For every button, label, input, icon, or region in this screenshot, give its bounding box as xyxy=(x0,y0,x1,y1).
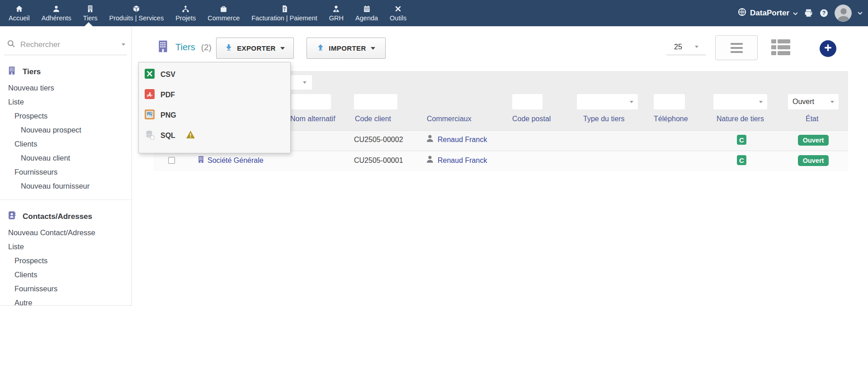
row1-commercial-link[interactable]: Renaud Franck xyxy=(438,136,487,144)
sidebar-item-contacts-autre[interactable]: Autre xyxy=(0,296,132,310)
caret-down-icon xyxy=(759,101,763,103)
sidebar-item-liste-tiers[interactable]: Liste xyxy=(0,95,132,109)
pdf-icon xyxy=(145,89,155,101)
sidebar-item-contacts-prospects[interactable]: Prospects xyxy=(0,254,132,268)
column-header-etat[interactable]: État xyxy=(806,115,818,123)
column-header-nature-de-tiers[interactable]: Nature de tiers xyxy=(717,115,764,123)
warning-icon xyxy=(186,130,195,141)
sidebar-item-clients[interactable]: Clients xyxy=(0,137,132,151)
commerce-icon xyxy=(220,5,227,13)
user-menu-chevron-icon[interactable] xyxy=(858,12,863,15)
row2-code-client: CU2505-00001 xyxy=(354,157,403,165)
top-navbar: Accueil Adhérents Tiers Produits | Servi… xyxy=(0,0,868,26)
export-option-csv[interactable]: CSV xyxy=(139,64,290,85)
column-header-code-postal[interactable]: Code postal xyxy=(512,115,551,123)
sidebar-item-contacts-fournisseurs[interactable]: Fournisseurs xyxy=(0,282,132,296)
sidebar-item-prospects[interactable]: Prospects xyxy=(0,109,132,123)
thirdparty-icon xyxy=(86,5,94,13)
globe-icon xyxy=(738,8,746,19)
app-root: Accueil Adhérents Tiers Produits | Servi… xyxy=(0,0,868,370)
row2-status-badge: Ouvert xyxy=(798,155,829,166)
sidebar-item-liste-contacts[interactable]: Liste xyxy=(0,240,132,254)
grid-view-button[interactable] xyxy=(769,40,793,57)
row2-commercial-link[interactable]: Renaud Franck xyxy=(438,157,487,165)
caret-down-icon xyxy=(630,101,633,103)
column-header-telephone[interactable]: Téléphone xyxy=(654,115,688,123)
home-icon xyxy=(15,5,23,13)
export-option-sql[interactable]: SQL xyxy=(139,125,290,146)
sidebar: Tiers Nouveau tiers Liste Prospects Nouv… xyxy=(0,26,132,306)
database-icon xyxy=(145,130,155,142)
nav-item-produits-services[interactable]: Produits | Services xyxy=(104,0,170,26)
column-header-code-client[interactable]: Code client xyxy=(355,115,391,123)
sidebar-item-nouveau-contact[interactable]: Nouveau Contact/Adresse xyxy=(0,226,132,240)
nav-item-outils[interactable]: Outils xyxy=(384,0,412,26)
import-button[interactable]: IMPORTER xyxy=(307,38,386,59)
nav-item-agenda[interactable]: Agenda xyxy=(349,0,384,26)
filter-telephone[interactable] xyxy=(654,94,685,109)
sidebar-item-nouveau-fournisseur[interactable]: Nouveau fournisseur xyxy=(0,179,132,193)
sidebar-item-contacts-clients[interactable]: Clients xyxy=(0,268,132,282)
navbar-right: DataPorter ? xyxy=(738,0,863,26)
sidebar-item-nouveau-tiers[interactable]: Nouveau tiers xyxy=(0,81,132,95)
projects-icon xyxy=(182,5,189,13)
filter-nature-de-tiers[interactable] xyxy=(713,94,767,109)
address-book-icon xyxy=(7,211,16,222)
upload-icon xyxy=(317,44,324,52)
image-icon xyxy=(145,109,155,121)
add-record-button[interactable] xyxy=(820,40,836,57)
nav-item-accueil[interactable]: Accueil xyxy=(3,0,36,26)
caret-down-icon xyxy=(280,47,285,50)
company-name: DataPorter xyxy=(750,9,789,18)
avatar[interactable] xyxy=(835,5,852,22)
nav-item-facturation[interactable]: Facturation | Paiement xyxy=(245,0,323,26)
svg-text:?: ? xyxy=(822,10,826,16)
filter-code-postal[interactable] xyxy=(512,94,542,109)
sidebar-item-fournisseurs[interactable]: Fournisseurs xyxy=(0,165,132,179)
page-size-select[interactable]: 25 xyxy=(666,39,706,55)
export-option-png[interactable]: PNG xyxy=(139,105,290,125)
column-header-commerciaux[interactable]: Commerciaux xyxy=(427,115,472,123)
sidebar-section-tiers: Tiers xyxy=(7,66,132,77)
nav-item-projets[interactable]: Projets xyxy=(170,0,202,26)
column-header-type-du-tiers[interactable]: Type du tiers xyxy=(583,115,625,123)
page-title[interactable]: Tiers xyxy=(175,42,195,52)
nav-item-adherents[interactable]: Adhérents xyxy=(36,0,77,26)
row2-name-link[interactable]: Société Générale xyxy=(208,157,264,165)
hr-icon xyxy=(332,5,340,13)
company-menu[interactable]: DataPorter xyxy=(738,8,798,19)
row1-nature-badge: C xyxy=(737,135,746,145)
export-option-pdf[interactable]: PDF xyxy=(139,85,290,105)
caret-down-icon xyxy=(830,101,834,103)
filter-type-du-tiers[interactable] xyxy=(577,94,638,109)
export-button[interactable]: EXPORTER xyxy=(216,38,294,59)
row1-status-badge: Ouvert xyxy=(798,135,829,146)
row2-nature-badge: C xyxy=(737,155,746,165)
search-caret-icon[interactable] xyxy=(122,43,125,46)
column-header-nom-alternatif[interactable]: Nom alternatif xyxy=(290,115,335,123)
agenda-icon xyxy=(363,5,371,13)
nav-item-commerce[interactable]: Commerce xyxy=(202,0,245,26)
list-view-button[interactable] xyxy=(715,35,758,60)
printer-icon[interactable] xyxy=(804,9,813,18)
excel-icon xyxy=(145,69,155,81)
sidebar-item-nouveau-prospect[interactable]: Nouveau prospect xyxy=(0,123,132,137)
row2-checkbox[interactable] xyxy=(168,157,175,164)
filter-etat[interactable]: Ouvert xyxy=(788,94,839,109)
filter-code-client[interactable] xyxy=(354,94,397,109)
members-icon xyxy=(52,5,60,13)
nav-item-grh[interactable]: GRH xyxy=(323,0,349,26)
sidebar-divider xyxy=(0,199,132,200)
record-count: (2) xyxy=(201,43,212,52)
search-input[interactable] xyxy=(20,40,102,49)
filter-nom-alternatif[interactable] xyxy=(291,94,331,109)
download-icon xyxy=(225,44,232,52)
help-icon[interactable]: ? xyxy=(819,9,829,18)
sidebar-item-nouveau-client[interactable]: Nouveau client xyxy=(0,151,132,165)
active-tab-notch xyxy=(85,22,93,26)
building-icon xyxy=(7,66,16,77)
building-icon xyxy=(197,156,205,165)
plus-icon xyxy=(824,43,832,54)
products-icon xyxy=(132,5,140,13)
caret-down-icon xyxy=(303,81,307,84)
